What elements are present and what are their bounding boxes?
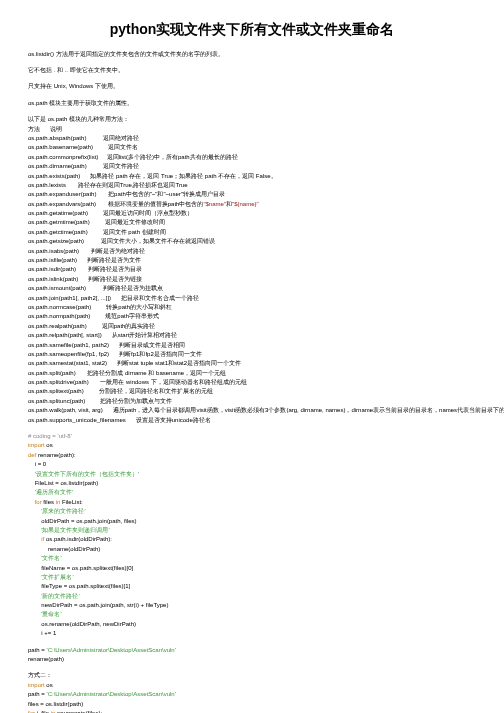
code-line: path = 'C:\Users\Administrator\Desktop\A… bbox=[28, 690, 476, 698]
api-line: os.path.normcase(path) 转换path的大小写和斜杠 bbox=[28, 303, 476, 311]
code-line: files = os.listdir(path) bbox=[28, 700, 476, 708]
api-line: os.path.isdir(path) 判断路径是否为目录 bbox=[28, 265, 476, 273]
api-line: os.path.samestat(stat1, stat2) 判断stat tu… bbox=[28, 359, 476, 367]
api-line: os.path.splitdrive(path) 一般用在 windows 下，… bbox=[28, 378, 476, 386]
api-line: os.path.splitext(path) 分割路径，返回路径名和文件扩展名的… bbox=[28, 387, 476, 395]
code-line: os.rename(oldDirPath, newDirPath) bbox=[28, 620, 476, 628]
code-line: '重命名' bbox=[28, 610, 476, 618]
code-line: newDirPath = os.path.join(path, str(i) +… bbox=[28, 601, 476, 609]
intro-2: 它不包括 . 和 .. 即使它在文件夹中。 bbox=[28, 66, 476, 74]
path-assign: path = 'C:\Users\Administrator\Desktop\A… bbox=[28, 646, 476, 654]
code-line: '原来的文件路径' bbox=[28, 507, 476, 515]
code-line: fileType = os.path.splitext(files)[1] bbox=[28, 582, 476, 590]
code-line: import os bbox=[28, 441, 476, 449]
api-line: os.path.realpath(path) 返回path的真实路径 bbox=[28, 322, 476, 330]
api-line: os.path.expanduser(path) 把path中包含的"~"和"~… bbox=[28, 190, 476, 198]
api-line: os.path.getatime(path) 返回最近访问时间（浮点型秒数） bbox=[28, 209, 476, 217]
code-line: FileList = os.listdir(path) bbox=[28, 479, 476, 487]
page-title: python实现文件夹下所有文件或文件夹重命名 bbox=[28, 20, 476, 40]
api-header: 以下是 os.path 模块的几种常用方法： bbox=[28, 115, 476, 123]
code-line: for i, file in enumerate(files): bbox=[28, 709, 476, 713]
code-line: fileName = os.path.splitext(files)[0] bbox=[28, 564, 476, 572]
code-line: i += 1 bbox=[28, 629, 476, 637]
api-line: os.path.split(path) 把路径分割成 dirname 和 bas… bbox=[28, 369, 476, 377]
api-line: os.path.isabs(path) 判断是否为绝对路径 bbox=[28, 247, 476, 255]
api-line: os.path.samefile(path1, path2) 判断目录或文件是否… bbox=[28, 341, 476, 349]
code-line: '如果是文件夹则递归调用' bbox=[28, 526, 476, 534]
code-line: import os bbox=[28, 681, 476, 689]
api-line: os.path.dirname(path) 返回文件路径 bbox=[28, 162, 476, 170]
api-line: os.path.relpath(path[, start]) 从start开始计… bbox=[28, 331, 476, 339]
api-line: os.path.getmtime(path) 返回最近文件修改时间 bbox=[28, 218, 476, 226]
code-line: if os.path.isdir(oldDirPath): bbox=[28, 535, 476, 543]
code-block-2: import ospath = 'C:\Users\Administrator\… bbox=[28, 681, 476, 713]
code-line: '遍历所有文件' bbox=[28, 488, 476, 496]
api-line: os.path.exists(path) 如果路径 path 存在，返回 Tru… bbox=[28, 172, 476, 180]
api-line: os.path.basename(path) 返回文件名 bbox=[28, 143, 476, 151]
code-line: # coding = 'utf-8' bbox=[28, 432, 476, 440]
api-line: os.path.join(path1[, path2[, ...]]) 把目录和… bbox=[28, 294, 476, 302]
api-line: os.path.abspath(path) 返回绝对路径 bbox=[28, 134, 476, 142]
api-line: os.path.isfile(path) 判断路径是否为文件 bbox=[28, 256, 476, 264]
api-header-2: 方法 说明 bbox=[28, 125, 476, 133]
api-line: os.path.normpath(path) 规范path字符串形式 bbox=[28, 312, 476, 320]
api-line: os.path.supports_unicode_filenames 设置是否支… bbox=[28, 416, 476, 424]
code-line: '设置文件下所有的文件（包括文件夹）' bbox=[28, 470, 476, 478]
api-line: os.path.walk(path, visit, arg) 遍历path，进入… bbox=[28, 406, 476, 414]
api-line: os.path.ismount(path) 判断路径是否为挂载点 bbox=[28, 284, 476, 292]
code-line: for files in FileList: bbox=[28, 498, 476, 506]
api-line: os.path.getctime(path) 返回文件 path 创建时间 bbox=[28, 228, 476, 236]
rename-call: rename(path) bbox=[28, 655, 476, 663]
code-line: i = 0 bbox=[28, 460, 476, 468]
code-block-1: # coding = 'utf-8'import osdef rename(pa… bbox=[28, 432, 476, 638]
api-list: os.path.abspath(path) 返回绝对路径os.path.base… bbox=[28, 134, 476, 424]
code-line: '文件名' bbox=[28, 554, 476, 562]
api-line: os.path.islink(path) 判断路径是否为链接 bbox=[28, 275, 476, 283]
api-line: os.path.sameopenfile(fp1, fp2) 判断fp1和fp2… bbox=[28, 350, 476, 358]
api-line: os.path.lexists 路径存在则返回True,路径损坏也返回True bbox=[28, 181, 476, 189]
code-line: oldDirPath = os.path.join(path, files) bbox=[28, 517, 476, 525]
api-line: os.path.commonprefix(list) 返回list(多个路径)中… bbox=[28, 153, 476, 161]
api-line: os.path.expandvars(path) 根据环境变量的值替换path中… bbox=[28, 200, 476, 208]
api-line: os.path.splitunc(path) 把路径分割为加载点与文件 bbox=[28, 397, 476, 405]
intro-4: os.path 模块主要用于获取文件的属性。 bbox=[28, 99, 476, 107]
intro-3: 只支持在 Unix, Windows 下使用。 bbox=[28, 82, 476, 90]
code-line: rename(oldDirPath) bbox=[28, 545, 476, 553]
intro-1: os.listdir() 方法用于返回指定的文件夹包含的文件或文件夹的名字的列表… bbox=[28, 50, 476, 58]
code-line: '文件扩展名' bbox=[28, 573, 476, 581]
way-2-label: 方式二： bbox=[28, 671, 476, 679]
code-line: def rename(path): bbox=[28, 451, 476, 459]
api-line: os.path.getsize(path) 返回文件大小，如果文件不存在就返回错… bbox=[28, 237, 476, 245]
code-line: '新的文件路径' bbox=[28, 592, 476, 600]
